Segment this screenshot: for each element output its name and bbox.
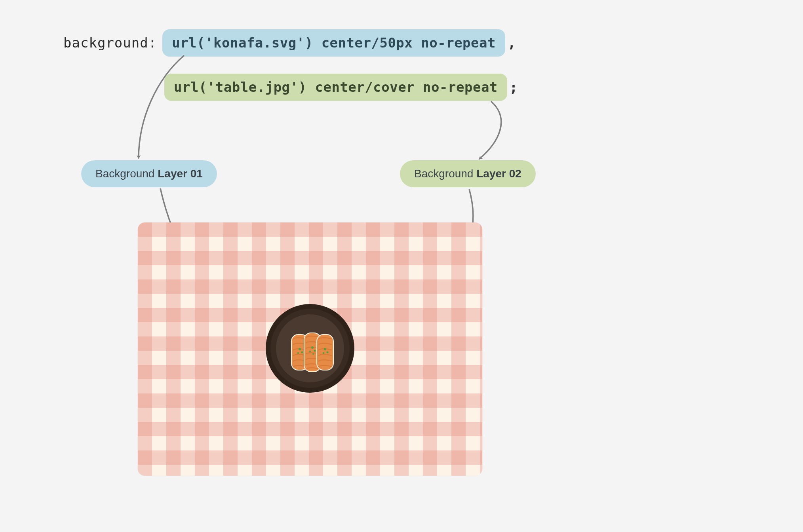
svg-point-18: [314, 350, 316, 352]
svg-point-22: [327, 352, 329, 353]
svg-point-15: [301, 352, 303, 353]
svg-rect-13: [317, 335, 333, 370]
svg-point-16: [297, 352, 299, 354]
plate-with-konafa: [263, 301, 358, 397]
result-preview: [138, 222, 482, 476]
svg-point-17: [311, 346, 314, 349]
svg-point-19: [309, 351, 311, 352]
svg-point-20: [312, 353, 314, 355]
svg-point-21: [324, 348, 326, 350]
diagram-stage: background: url('konafa.svg') center/50p…: [0, 0, 803, 532]
svg-point-23: [323, 352, 324, 354]
svg-point-14: [299, 348, 301, 350]
konafa-icon: [263, 301, 358, 396]
